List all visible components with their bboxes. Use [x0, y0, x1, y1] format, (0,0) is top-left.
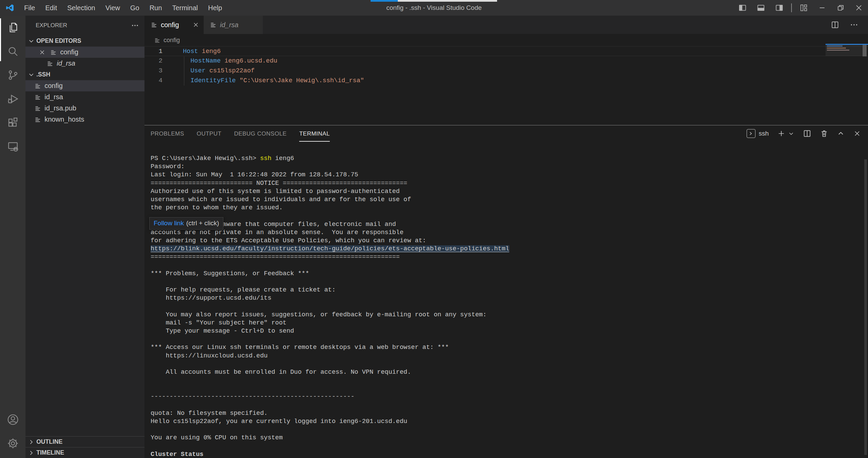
terminal-line	[151, 385, 868, 393]
toggle-panel-icon[interactable]	[752, 0, 770, 16]
menu-item-run[interactable]: Run	[144, 0, 167, 16]
code-text: User cs15lsp22aof	[183, 66, 255, 76]
open-editors-header[interactable]: OPEN EDITORS	[25, 35, 144, 47]
customize-layout-icon[interactable]	[795, 0, 813, 16]
close-icon[interactable]	[39, 49, 45, 55]
file-icon	[50, 49, 57, 56]
menu-item-terminal[interactable]: Terminal	[167, 0, 203, 16]
terminal-line	[151, 401, 868, 409]
close-panel-icon[interactable]	[853, 129, 861, 138]
file-label: config	[45, 82, 63, 90]
open-editors-list: configid_rsa	[25, 47, 144, 69]
panel-tab-problems[interactable]: PROBLEMS	[151, 125, 184, 142]
menu-item-edit[interactable]: Edit	[40, 0, 62, 16]
titlebar-separator	[791, 3, 792, 12]
folder-header[interactable]: .SSH	[25, 69, 144, 80]
close-editor-button[interactable]	[38, 49, 47, 55]
timeline-label: TIMELINE	[36, 449, 64, 456]
split-editor-icon[interactable]	[831, 20, 839, 29]
menu-item-file[interactable]: File	[19, 0, 40, 16]
top-progress-track	[398, 0, 497, 2]
terminal-line: mail -s "Your subject here" root	[151, 319, 868, 327]
code-text: Host ieng6	[183, 47, 221, 56]
terminal-link[interactable]: https://blink.ucsd.edu/faculty/instructi…	[151, 245, 509, 252]
code-line: 2 HostName ieng6.ucsd.edu	[144, 56, 868, 66]
terminal-line: ========================================…	[151, 253, 868, 261]
editor-group: configid_rsa config 1Host ieng62 HostNam…	[144, 16, 868, 458]
menu-item-help[interactable]: Help	[203, 0, 227, 16]
terminal-line: Hello cs15lsp22aof, you are currently lo…	[151, 418, 868, 426]
terminal-instance[interactable]: ssh	[747, 129, 769, 138]
timeline-section[interactable]: TIMELINE	[25, 447, 144, 458]
restore-button[interactable]	[831, 0, 850, 16]
file-icon	[34, 83, 41, 89]
close-window-button[interactable]	[850, 0, 868, 16]
toggle-sidebar-icon[interactable]	[733, 0, 752, 16]
menu-item-selection[interactable]: Selection	[62, 0, 100, 16]
explorer-icon[interactable]	[0, 16, 25, 39]
views-and-more-actions-icon[interactable]	[131, 21, 139, 30]
tab-id_rsa[interactable]: id_rsa	[204, 16, 263, 34]
editor-scrollbar[interactable]	[863, 45, 867, 56]
code-text: IdentityFile "C:\Users\Jake Hewig\.ssh\i…	[183, 76, 364, 86]
open-editor-item[interactable]: config	[25, 47, 144, 58]
follow-link-text[interactable]: Follow link	[154, 219, 184, 227]
menu-item-view[interactable]: View	[100, 0, 125, 16]
panel-tab-terminal[interactable]: TERMINAL	[299, 125, 330, 142]
file-icon	[210, 21, 217, 28]
terminal-output[interactable]: PS C:\Users\Jake Hewig\.ssh> ssh ieng6Pa…	[144, 142, 868, 458]
terminal-line	[151, 212, 868, 220]
terminal-line	[151, 426, 868, 434]
file-item-id_rsa[interactable]: id_rsa	[25, 91, 144, 103]
folder-label: .SSH	[36, 71, 50, 78]
source-control-icon[interactable]	[0, 63, 25, 87]
file-label: id_rsa.pub	[45, 104, 76, 112]
close-tab-button[interactable]	[193, 22, 199, 28]
terminal-scrollbar[interactable]	[864, 159, 867, 455]
file-icon	[34, 94, 41, 101]
file-item-id_rsa.pub[interactable]: id_rsa.pub	[25, 103, 144, 114]
file-item-known_hosts[interactable]: known_hosts	[25, 114, 144, 125]
top-progress-blue	[371, 0, 398, 2]
toggle-secondary-sidebar-icon[interactable]	[770, 0, 788, 16]
tab-config[interactable]: config	[144, 16, 204, 34]
more-actions-icon[interactable]	[850, 20, 858, 29]
minimap-highlight	[826, 44, 868, 45]
extensions-icon[interactable]	[0, 111, 25, 135]
search-icon[interactable]	[0, 39, 25, 63]
close-icon[interactable]	[193, 22, 199, 28]
accounts-icon[interactable]	[0, 408, 25, 431]
open-editor-item[interactable]: id_rsa	[25, 58, 144, 69]
file-label: known_hosts	[45, 116, 84, 123]
panel-tab-debug-console[interactable]: DEBUG CONSOLE	[234, 125, 287, 142]
new-terminal-icon[interactable]	[777, 129, 786, 138]
terminal-line	[151, 442, 868, 451]
file-icon	[34, 105, 41, 112]
file-icon	[34, 94, 41, 101]
terminal-line: *** Access our Linux ssh terminals or re…	[151, 344, 868, 352]
chevron-right-icon	[28, 449, 35, 457]
launch-profile-chevron-icon[interactable]	[788, 130, 795, 137]
remote-explorer-icon[interactable]	[0, 135, 25, 158]
terminal-line	[151, 376, 868, 385]
minimap-line	[827, 46, 843, 47]
outline-section[interactable]: OUTLINE	[25, 436, 144, 447]
panel-tab-output[interactable]: OUTPUT	[197, 125, 221, 142]
file-icon	[34, 83, 41, 89]
file-item-config[interactable]: config	[25, 80, 144, 91]
line-number: 3	[144, 66, 163, 76]
maximize-panel-icon[interactable]	[837, 129, 845, 138]
menu-item-go[interactable]: Go	[125, 0, 144, 16]
settings-gear-icon[interactable]	[0, 431, 25, 455]
terminal-line: the person to whom they are issued.	[151, 204, 868, 212]
breadcrumb[interactable]: config	[144, 34, 868, 46]
split-terminal-icon[interactable]	[803, 129, 812, 138]
minimize-button[interactable]	[813, 0, 831, 16]
file-icon	[34, 116, 41, 123]
code-editor[interactable]: 1Host ieng62 HostName ieng6.ucsd.edu3 Us…	[144, 46, 868, 125]
chevron-right-icon	[28, 438, 35, 446]
minimap-line	[827, 48, 846, 49]
run-and-debug-icon[interactable]	[0, 87, 25, 111]
file-icon	[151, 21, 157, 28]
kill-terminal-icon[interactable]	[820, 129, 829, 138]
